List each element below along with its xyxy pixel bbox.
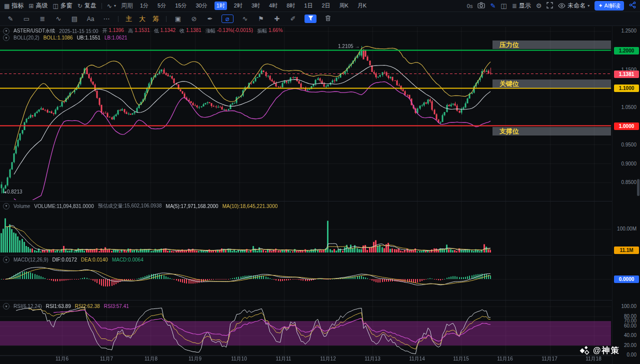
trend-line-tool[interactable]: ✎ bbox=[6, 16, 15, 22]
diamond-logo-icon bbox=[579, 345, 590, 356]
timeframe-1h[interactable]: 1时 bbox=[214, 2, 227, 10]
x-axis-label: 11月7 bbox=[92, 356, 122, 362]
text-tool[interactable]: Aa bbox=[86, 16, 95, 22]
volume-estimate: 预估成交量:15,602,106.0938 bbox=[98, 202, 162, 210]
multi-window-button[interactable]: ◫ 多窗 bbox=[52, 2, 72, 10]
wave-count-tool[interactable]: ∿ bbox=[240, 16, 250, 22]
collapse-toggle[interactable]: ▾ bbox=[3, 34, 10, 41]
watermark-text: @神策 bbox=[593, 346, 620, 356]
timeframe-8h[interactable]: 8时 bbox=[284, 2, 297, 10]
multi-window-label: 多窗 bbox=[60, 2, 72, 10]
shape-tool[interactable]: ▭ bbox=[22, 16, 31, 22]
ai-analysis-button[interactable]: ✦ AI解读 bbox=[594, 1, 624, 10]
advanced-button[interactable]: ⊞ 高级 bbox=[28, 2, 48, 10]
brush-tool[interactable]: ✐ bbox=[288, 16, 298, 22]
support-level-label[interactable]: 支撑位 bbox=[492, 127, 611, 136]
rsi-axis-label: 40.00 bbox=[612, 332, 636, 339]
boll-lb-value: LB:1.0621 bbox=[104, 35, 128, 40]
price-axis-label: 1.2500 bbox=[612, 28, 636, 34]
key-price-tag: 1.1000 bbox=[614, 84, 639, 92]
resistance-text: 压力位 bbox=[500, 40, 519, 50]
replay-label: 复盘 bbox=[84, 2, 96, 10]
boll-mb-value: BOLL:1.1086 bbox=[44, 35, 73, 40]
collapse-toggle[interactable]: ▾ bbox=[3, 203, 10, 210]
fullscreen-button[interactable] bbox=[546, 2, 553, 10]
chart-style-dropdown[interactable]: ∿ ▾ bbox=[107, 3, 116, 9]
x-axis-label: 11月8 bbox=[136, 356, 166, 362]
tab-chips[interactable]: 筹 bbox=[152, 14, 159, 24]
collapse-toggle[interactable]: ▾ bbox=[3, 28, 10, 34]
pencil-icon: ✎ bbox=[8, 15, 14, 22]
price-axis[interactable]: 1.2500 1.2000 1.1500 1.1381 1.1000 1.050… bbox=[612, 0, 640, 364]
key-level-label[interactable]: 关键位 bbox=[492, 80, 611, 88]
price-axis-label: 1.0500 bbox=[612, 104, 636, 111]
timeframe-1d[interactable]: 1日 bbox=[302, 2, 314, 10]
compare-icon: ◫ bbox=[500, 2, 506, 10]
timeframe-2d[interactable]: 2日 bbox=[320, 2, 332, 10]
macd-value: MACD:0.0064 bbox=[112, 257, 144, 262]
collapse-toggle[interactable]: ▾ bbox=[3, 256, 10, 263]
x-axis-label: 11月15 bbox=[446, 356, 476, 362]
ellipsis-icon: ⋯ bbox=[104, 15, 110, 22]
advanced-label: 高级 bbox=[36, 2, 48, 10]
tab-large-text[interactable]: 大 bbox=[139, 14, 146, 24]
filter-tool[interactable] bbox=[304, 14, 316, 23]
multi-window-icon: ◫ bbox=[52, 3, 58, 9]
collapse-toggle[interactable]: ▾ bbox=[3, 303, 10, 310]
expand-icon bbox=[546, 2, 553, 8]
wave-tool[interactable]: ∿ bbox=[54, 16, 63, 22]
measure-icon: ⌀ bbox=[226, 15, 230, 22]
tab-main-chart[interactable]: 主 bbox=[126, 14, 132, 24]
price-axis-label: 0.9000 bbox=[612, 160, 636, 168]
flag-tool[interactable]: ⚑ bbox=[256, 16, 266, 22]
indicators-button[interactable]: ▦ 指标 bbox=[4, 2, 24, 10]
timeframe-3h[interactable]: 3时 bbox=[250, 2, 262, 10]
timeframe-4h[interactable]: 4时 bbox=[267, 2, 280, 10]
settings-button[interactable]: ⚙ bbox=[536, 2, 542, 9]
x-axis-label: 11月6 bbox=[47, 356, 77, 362]
draw-button[interactable]: ✎ bbox=[490, 2, 496, 10]
rsi1-value: RSI1:63.89 bbox=[46, 304, 71, 309]
trash-icon bbox=[325, 15, 331, 22]
close-label: 收 bbox=[180, 28, 184, 34]
lines-tool[interactable]: ≣ bbox=[38, 16, 47, 22]
cross-tool[interactable]: ✚ bbox=[272, 16, 282, 22]
timeframe-2h[interactable]: 2时 bbox=[232, 2, 244, 10]
pattern-tool[interactable]: ▤ bbox=[70, 16, 79, 22]
top-toolbar-left: ▦ 指标 ⊞ 高级 ◫ 多窗 ↻ 复盘 ∿ ▾ 周期 1分 5分 1 bbox=[4, 2, 368, 10]
measure-tool[interactable]: ⌀ bbox=[222, 14, 234, 23]
more-tools[interactable]: ⋯ bbox=[102, 16, 111, 22]
timeframe-15min[interactable]: 15分 bbox=[173, 2, 188, 10]
candle-countdown: 0s bbox=[467, 3, 473, 9]
volume-current-tag: 11.1M bbox=[614, 246, 639, 254]
delete-tool[interactable] bbox=[324, 15, 332, 22]
replay-button[interactable]: ↻ 复盘 bbox=[78, 2, 96, 10]
screenshot-button[interactable] bbox=[478, 2, 485, 10]
scrollbar-thumb[interactable] bbox=[637, 179, 640, 196]
plus-icon: ✚ bbox=[274, 15, 280, 22]
period-label: 周期 bbox=[121, 2, 133, 10]
wave-icon: ∿ bbox=[56, 15, 62, 22]
timeframe-1w[interactable]: 周K bbox=[338, 2, 350, 10]
timeframe-5min[interactable]: 5分 bbox=[156, 2, 168, 10]
pen-tool[interactable]: ✒ bbox=[206, 16, 214, 22]
eye-icon bbox=[558, 3, 566, 8]
x-axis-label: 11月16 bbox=[490, 356, 520, 362]
timeframe-1M[interactable]: 月K bbox=[356, 2, 368, 10]
macd-legend: ▾ MACD(12,26,9) DIF:0.0172 DEA:0.0140 MA… bbox=[3, 256, 144, 263]
timeframe-1min[interactable]: 1分 bbox=[138, 2, 150, 10]
timeframe-30min[interactable]: 30分 bbox=[194, 2, 209, 10]
x-axis-label: 11月18 bbox=[578, 356, 608, 362]
display-button[interactable]: ≣ 显示 bbox=[512, 2, 531, 10]
share-button[interactable] bbox=[629, 2, 636, 10]
top-toolbar: ▦ 指标 ⊞ 高级 ◫ 多窗 ↻ 复盘 ∿ ▾ 周期 1分 5分 1 bbox=[0, 0, 640, 12]
last-price-tag: 1.1381 bbox=[614, 70, 639, 78]
resistance-level-label[interactable]: 压力位 bbox=[492, 40, 611, 49]
close-value: 1.1381 bbox=[186, 28, 202, 34]
funnel-icon bbox=[308, 16, 314, 21]
magnet-tool[interactable]: ⊘ bbox=[190, 16, 198, 22]
display-label: 显示 bbox=[519, 2, 531, 10]
compare-button[interactable]: ◫ bbox=[500, 2, 506, 9]
layout-select[interactable]: 未命名 ▾ bbox=[558, 2, 590, 10]
order-tool[interactable]: ▣ bbox=[174, 16, 182, 22]
